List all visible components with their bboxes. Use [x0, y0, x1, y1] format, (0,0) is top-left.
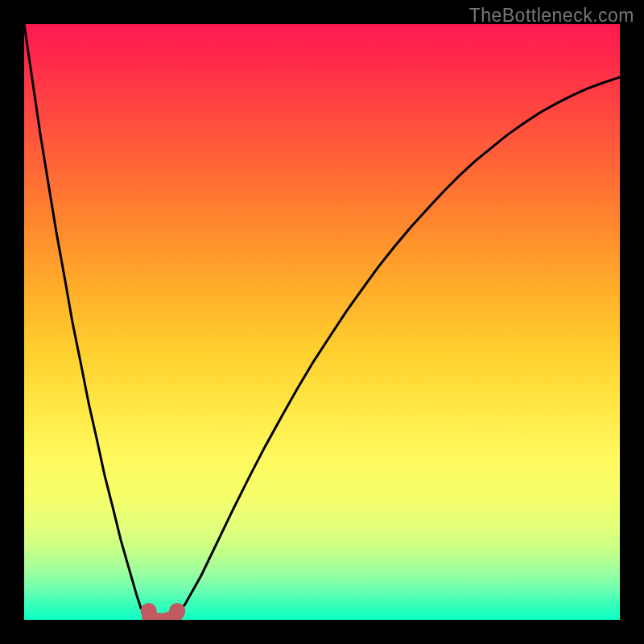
marker-0 — [141, 603, 157, 619]
watermark-text: TheBottleneck.com — [469, 5, 634, 27]
curve-overlay — [24, 24, 620, 620]
curve-group — [24, 24, 620, 620]
plot-area — [24, 24, 620, 620]
chart-frame: TheBottleneck.com — [0, 0, 644, 644]
series-right-branch — [177, 77, 620, 614]
series-left-branch — [24, 24, 149, 617]
marker-1 — [169, 603, 185, 619]
